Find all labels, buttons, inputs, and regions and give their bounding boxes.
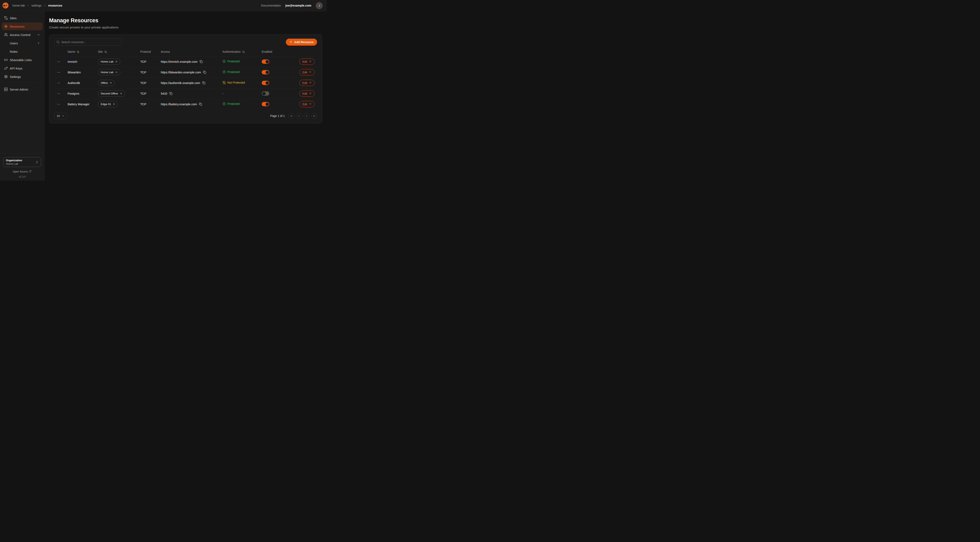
key-icon	[4, 67, 8, 70]
open-source-label: Open Source	[13, 170, 28, 173]
arrow-right-icon	[309, 81, 312, 84]
arrow-up-right-icon	[120, 92, 122, 95]
edit-label: Edit	[302, 92, 307, 95]
sidebar-item-server-admin[interactable]: Server Admin	[2, 85, 43, 93]
copy-access-button[interactable]	[200, 60, 203, 63]
sort-icon[interactable]	[104, 51, 107, 53]
auth-status-badge: -	[223, 92, 223, 95]
pangolin-logo[interactable]	[2, 2, 9, 9]
row-menu-button[interactable]	[57, 70, 60, 74]
sidebar-item-label: API Keys	[10, 67, 22, 70]
site-link-button[interactable]: Home Lab	[98, 69, 120, 75]
sidebar-item-settings[interactable]: Settings	[2, 73, 43, 81]
shield-check-icon	[223, 60, 226, 63]
enabled-toggle[interactable]	[262, 59, 269, 64]
site-name: Home Lab	[101, 60, 113, 63]
copy-access-button[interactable]	[199, 103, 202, 106]
organization-selector[interactable]: Organization Home Lab	[3, 157, 41, 167]
table-row-battery-manager: Battery ManagerEdge 01TCPhttps://battery…	[54, 99, 317, 110]
first-page-button[interactable]	[288, 113, 294, 119]
sidebar-item-roles[interactable]: Roles	[2, 48, 43, 56]
previous-page-button[interactable]	[296, 113, 302, 119]
copy-access-button[interactable]	[203, 71, 206, 74]
site-link-button[interactable]: Home Lab	[98, 59, 120, 65]
search-icon	[56, 40, 60, 44]
auth-status-label: Protected	[228, 60, 240, 63]
last-page-button[interactable]	[311, 113, 317, 119]
resource-protocol: TCP	[138, 88, 158, 99]
avatar[interactable]: J	[316, 2, 323, 9]
server-icon	[4, 88, 8, 91]
page-size-select[interactable]: 20	[54, 113, 67, 119]
search-box	[54, 38, 122, 46]
breadcrumb: home-labsettingsresources	[13, 4, 62, 7]
column-header-site[interactable]: Site	[95, 48, 138, 56]
sidebar-item-api-keys[interactable]: API Keys	[2, 64, 43, 72]
add-resource-label: Add Resource	[294, 40, 313, 44]
gear-icon	[4, 75, 8, 78]
user-email[interactable]: joe@example.com	[285, 4, 311, 7]
column-header-edit	[296, 48, 317, 56]
column-header-name[interactable]: Name	[65, 48, 95, 56]
resources-table: NameSiteProtocolAccessAuthenticationEnab…	[54, 48, 317, 110]
enabled-toggle[interactable]	[262, 81, 269, 85]
row-menu-button[interactable]	[57, 102, 60, 106]
enabled-toggle[interactable]	[262, 102, 269, 106]
row-menu-button[interactable]	[57, 81, 60, 85]
site-link-button[interactable]: Second Office	[98, 90, 125, 97]
search-input[interactable]	[54, 38, 122, 46]
resource-access: https://immich.example.com	[161, 60, 197, 63]
resource-protocol: TCP	[138, 67, 158, 78]
enabled-toggle[interactable]	[262, 70, 269, 74]
sidebar-item-label: Sites	[10, 16, 16, 20]
sidebar-item-users[interactable]: Users	[2, 39, 43, 47]
edit-button[interactable]: Edit	[299, 90, 315, 97]
sidebar-item-access-control[interactable]: Access Control	[2, 31, 43, 38]
documentation-link[interactable]: Documentation	[261, 4, 281, 7]
sidebar-item-resources[interactable]: Resources	[2, 22, 43, 30]
sort-icon[interactable]	[76, 51, 80, 53]
sidebar-footer: Organization Home Lab Open Source v1.3.0	[0, 154, 45, 181]
sort-icon[interactable]	[242, 51, 245, 53]
toggle-knob	[266, 103, 269, 106]
add-resource-button[interactable]: Add Resource	[286, 38, 317, 46]
next-page-button[interactable]	[304, 113, 310, 119]
sidebar-item-sites[interactable]: Sites	[2, 14, 43, 22]
edit-button[interactable]: Edit	[299, 80, 315, 86]
resource-protocol: TCP	[138, 99, 158, 110]
breadcrumb-resources[interactable]: resources	[48, 4, 62, 7]
edit-button[interactable]: Edit	[299, 69, 315, 75]
row-menu-button[interactable]	[57, 92, 60, 96]
sidebar-item-shareable-links[interactable]: Shareable Links	[2, 56, 43, 64]
page-title: Manage Resources	[49, 18, 322, 24]
page-info: Page 1 of 1	[270, 114, 285, 118]
column-header-authentication[interactable]: Authentication	[220, 48, 259, 56]
site-name: Edge 01	[101, 103, 111, 106]
edit-label: Edit	[302, 103, 307, 106]
breadcrumb-home-lab[interactable]: home-lab	[13, 4, 25, 7]
top-bar: home-labsettingsresources Documentation …	[0, 0, 327, 11]
copy-access-button[interactable]	[202, 81, 205, 84]
copy-access-button[interactable]	[169, 92, 172, 95]
site-link-button[interactable]: Edge 01	[98, 101, 118, 107]
shield-check-icon	[223, 70, 226, 73]
auth-status-label: Protected	[228, 70, 240, 73]
auth-status-badge: Not Protected	[223, 81, 245, 84]
edit-button[interactable]: Edit	[299, 101, 315, 107]
users-icon	[4, 33, 8, 37]
row-menu-button[interactable]	[57, 60, 60, 64]
open-source-link[interactable]: Open Source	[3, 170, 41, 173]
site-name: Home Lab	[101, 71, 113, 74]
toggle-knob	[266, 60, 269, 63]
edit-button[interactable]: Edit	[299, 59, 315, 65]
column-label: Enabled	[262, 50, 272, 53]
table-row-bitwarden: BitwardenHome LabTCPhttps://bitwarden.ex…	[54, 67, 317, 78]
page-subtitle: Create secure proxies to your private ap…	[49, 26, 322, 29]
toggle-knob	[262, 92, 266, 95]
breadcrumb-settings[interactable]: settings	[31, 4, 41, 7]
enabled-toggle[interactable]	[262, 91, 269, 96]
column-header-enabled: Enabled	[259, 48, 296, 56]
chevron-down-icon	[62, 115, 65, 117]
site-link-button[interactable]: Office	[98, 80, 115, 86]
sidebar-item-label: Settings	[10, 75, 21, 78]
